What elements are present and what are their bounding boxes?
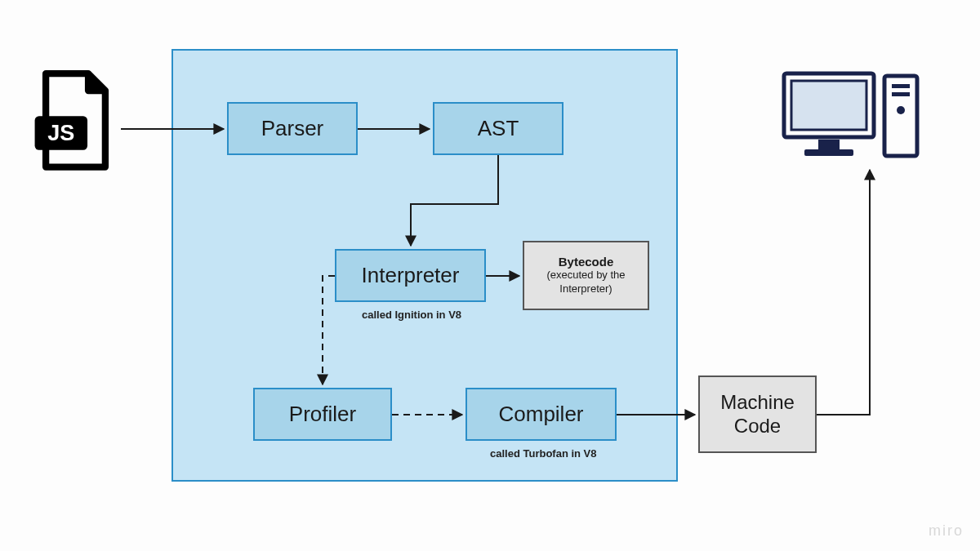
arrow-machine-to-computer [817, 170, 870, 415]
svg-rect-2 [791, 81, 866, 130]
interpreter-box: Interpreter [335, 249, 486, 302]
machine-code-box: Machine Code [698, 375, 817, 453]
computer-icon [780, 69, 923, 163]
svg-point-8 [897, 106, 905, 114]
ast-box: AST [433, 102, 564, 155]
profiler-label: Profiler [289, 402, 356, 427]
svg-rect-7 [892, 92, 910, 96]
miro-watermark: miro [929, 522, 964, 540]
bytecode-box: Bytecode (executed by the Interpreter) [523, 241, 649, 310]
profiler-box: Profiler [253, 388, 392, 441]
parser-label: Parser [261, 116, 324, 141]
bytecode-title: Bytecode [559, 255, 614, 269]
svg-rect-6 [892, 84, 910, 88]
js-file-label: JS [47, 121, 74, 145]
ast-label: AST [478, 116, 519, 141]
machine-code-label: Machine Code [700, 391, 815, 438]
svg-rect-4 [804, 149, 853, 156]
parser-box: Parser [227, 102, 358, 155]
interpreter-caption: called Ignition in V8 [362, 309, 461, 321]
interpreter-label: Interpreter [362, 263, 460, 288]
bytecode-sub: (executed by the Interpreter) [529, 269, 643, 296]
js-file-icon: JS [33, 69, 118, 176]
svg-rect-3 [818, 140, 840, 149]
compiler-caption: called Turbofan in V8 [490, 447, 597, 460]
compiler-box: Compiler [466, 388, 617, 441]
compiler-label: Compiler [498, 402, 583, 427]
